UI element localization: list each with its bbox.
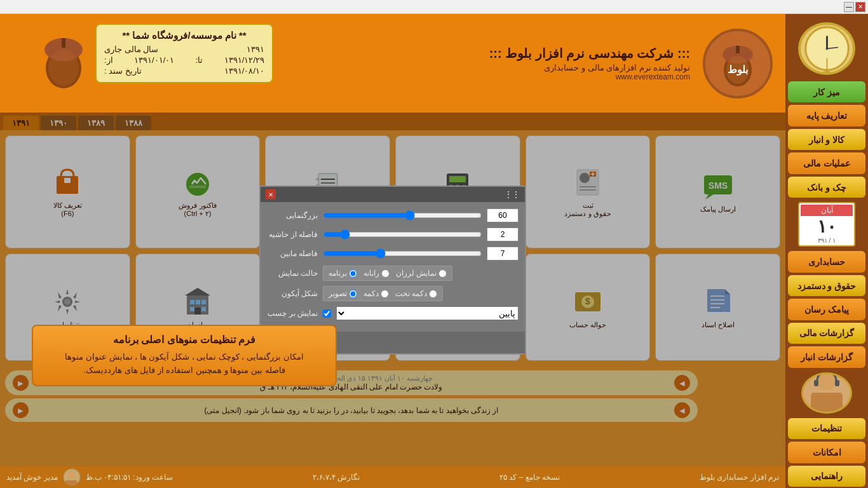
bottom-bar: نرم افزار حسابداری بلوط نسخه جامع – کد ۲… xyxy=(0,466,785,488)
margin-label: فاصله از حاشیه xyxy=(267,230,318,239)
logo-icon: بلوط xyxy=(703,29,773,98)
zoom-row: 60 بزرگنمایی xyxy=(267,208,519,222)
current-date-row: ۱۳۹۱/۰۸/۱۰ تاریخ سند : xyxy=(104,66,264,76)
header-area: بلوط ::: شرکت مهندسی نرم افزار بلوط ::: … xyxy=(0,14,785,112)
show-label-checkbox[interactable] xyxy=(323,309,331,318)
zoom-value: 60 xyxy=(487,208,519,222)
modal-body: 60 بزرگنمایی 2 فاصله از حاشیه 7 فاصله ما… xyxy=(261,202,525,332)
display-mode-radios: نمایش لرزان رابانه برنامه xyxy=(323,266,452,281)
modal-close-button[interactable]: ✕ xyxy=(266,189,276,200)
calendar-widget: آبان ۱۰ ۱ / ۳۹۱ xyxy=(798,202,855,247)
fiscal-year-label: سال مالی جاری xyxy=(104,44,158,54)
icon-shape-label: شکل آیکون xyxy=(267,289,318,298)
logo-area: بلوط xyxy=(696,20,779,106)
sidebar-item-hesabdari[interactable]: حسابداری xyxy=(788,251,865,272)
date-from-value: ۱۳۹۱/۰۱/۰۱ xyxy=(134,55,174,65)
report-version: نگارش ۲،۶،۷،۴ xyxy=(313,473,360,482)
svg-rect-17 xyxy=(62,38,65,48)
margin-row: 2 فاصله از حاشیه xyxy=(267,227,519,241)
display-mode-label: حالت نمایش xyxy=(267,269,318,278)
modal-drag-icon: ⋮⋮ xyxy=(505,190,520,199)
radio-net[interactable]: رابانه xyxy=(363,269,390,278)
display-label-text: نمایش بر چسب xyxy=(267,309,318,318)
sidebar-item-gozareshat-anbar[interactable]: گزارشات انبار xyxy=(788,346,865,367)
sidebar-item-rahnmaee[interactable]: راهنمایی xyxy=(788,466,865,487)
spacing-row: 7 فاصله مابین xyxy=(267,247,519,261)
radio-button[interactable]: دکمه xyxy=(363,289,389,298)
acorn-decoration xyxy=(35,27,92,90)
svg-rect-9 xyxy=(835,380,839,386)
margin-value: 2 xyxy=(487,227,519,241)
svg-point-18 xyxy=(48,50,79,86)
spacing-slider[interactable] xyxy=(323,247,482,261)
modal-overlay: ⋮⋮ ✕ 60 بزرگنمایی 2 فاصله از حاشیه 7 xyxy=(0,112,785,466)
radio-image[interactable]: تصویر xyxy=(329,289,357,298)
title-bar: — ✕ xyxy=(0,0,868,14)
tooltip-line1: امکان بزرگنمایی ، کوچک نمایی ، شکل آیکون… xyxy=(43,351,326,364)
svg-rect-12 xyxy=(736,46,740,53)
version-info: نسخه جامع – کد ۲۵ xyxy=(499,473,560,482)
display-mode-row: نمایش لرزان رابانه برنامه حالت نمایش xyxy=(267,266,519,281)
zoom-label: بزرگنمایی xyxy=(267,211,318,220)
user-avatar xyxy=(63,468,81,486)
svg-text:بلوط: بلوط xyxy=(728,64,748,76)
svg-rect-81 xyxy=(65,480,78,486)
right-sidebar: میز کار تعاریف پایه کالا و انبار عملیات … xyxy=(785,14,868,488)
current-date-label: تاریخ سند : xyxy=(104,66,142,76)
date-range-label: از: xyxy=(104,55,113,65)
svg-rect-8 xyxy=(814,380,818,386)
svg-point-80 xyxy=(67,471,75,479)
sidebar-item-check-bank[interactable]: چک و بانک xyxy=(788,177,865,198)
current-date-value: ۱۳۹۱/۰۸/۱۰ xyxy=(224,66,264,76)
zoom-slider[interactable] xyxy=(323,208,482,222)
sidebar-item-gozareshat-mali[interactable]: گزارشات مالی xyxy=(788,323,865,344)
support-avatar xyxy=(801,372,852,414)
minimize-button[interactable]: — xyxy=(844,2,854,12)
radio-show[interactable]: نمایش لرزان xyxy=(396,269,447,278)
date-to-value: ۱۳۹۱/۱۲/۲۹ xyxy=(224,55,264,65)
sidebar-item-kala-anbar[interactable]: کالا و انبار xyxy=(788,129,865,150)
icon-shape-row: دکمه نخت دکمه تصویر شکل آیکون xyxy=(267,286,519,301)
date-to-label: تا: xyxy=(196,55,203,65)
sidebar-item-amaliyat-mali[interactable]: عملیات مالی xyxy=(788,152,865,173)
fiscal-year-row: ۱۳۹۱ سال مالی جاری xyxy=(104,44,264,54)
icon-shape-radios: دکمه نخت دکمه تصویر xyxy=(323,286,443,301)
sidebar-item-tanzimate[interactable]: تنظیمات xyxy=(788,418,865,439)
radio-program[interactable]: برنامه xyxy=(329,269,357,278)
margin-slider[interactable] xyxy=(323,227,482,241)
app-name: نرم افزار حسابداری بلوط xyxy=(700,473,779,482)
sidebar-item-taarif-paya[interactable]: تعاریف پایه xyxy=(788,105,865,126)
spacing-value: 7 xyxy=(487,247,519,261)
position-dropdown[interactable]: پایین xyxy=(336,306,519,320)
sidebar-item-hoghoogh[interactable]: حقوق و دستمزد xyxy=(788,275,865,296)
sidebar-item-miz-kar[interactable]: میز کار xyxy=(788,81,865,102)
date-range-row: ۱۳۹۱/۱۲/۲۹ تا: ۱۳۹۱/۰۱/۰۱ از: xyxy=(104,55,264,65)
info-box: ** نام موسسه/فروشگاه شما ** ۱۳۹۱ سال مال… xyxy=(95,24,273,83)
radio-text-btn[interactable]: دکمه نخت xyxy=(395,289,437,298)
modal-title-bar: ⋮⋮ ✕ xyxy=(261,187,525,202)
sidebar-item-emkanat[interactable]: امکانات xyxy=(788,442,865,463)
clock-widget xyxy=(798,22,855,75)
fiscal-year-value: ۱۳۹۱ xyxy=(247,44,264,54)
sidebar-item-payamak[interactable]: پیامک رسان xyxy=(788,299,865,320)
tooltip-popup: فرم تنظیمات منوهای اصلی برنامه امکان بزر… xyxy=(32,325,337,386)
svg-rect-7 xyxy=(811,393,843,412)
store-name: ** نام موسسه/فروشگاه شما ** xyxy=(104,30,264,41)
tooltip-line2: فاصله بین منوها و همچنین استفاده از فایل… xyxy=(43,364,326,377)
spacing-label: فاصله مابین xyxy=(267,249,318,258)
display-label-row: پایین نمایش بر چسب xyxy=(267,306,519,320)
tooltip-title: فرم تنظیمات منوهای اصلی برنامه xyxy=(43,334,326,346)
login-time: ساعت ورود: ۰۴:۵۱:۵۱ ب.ظ xyxy=(86,473,173,482)
close-button[interactable]: ✕ xyxy=(855,2,865,12)
user-welcome: مدیر خوش آمدید xyxy=(6,473,58,482)
